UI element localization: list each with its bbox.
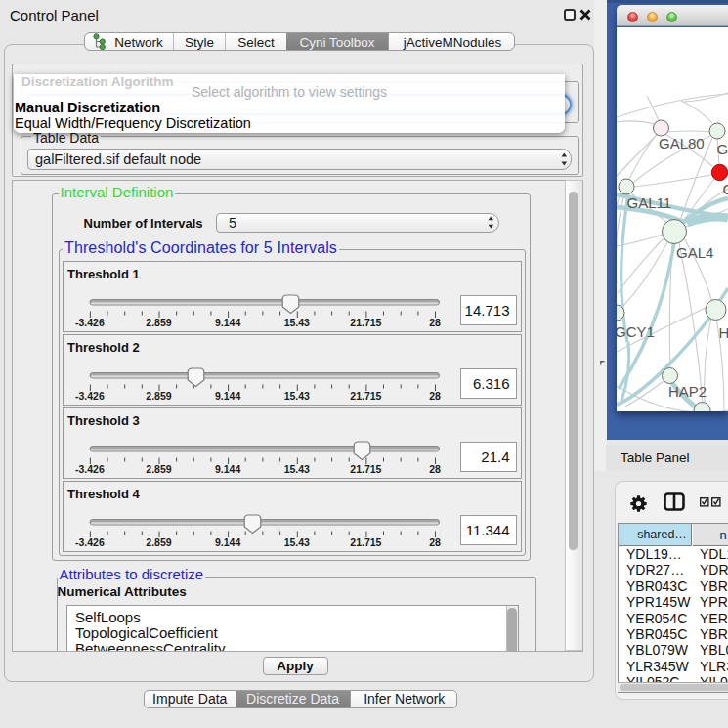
svg-text:GAL4: GAL4 [676, 244, 713, 261]
svg-text:C: C [723, 181, 728, 197]
svg-text:HAP2: HAP2 [668, 383, 707, 400]
svg-text:GAL80: GAL80 [659, 135, 705, 151]
svg-text:H: H [719, 324, 728, 341]
svg-text:GCY1: GCY1 [617, 323, 655, 340]
svg-text:GAL11: GAL11 [627, 194, 672, 211]
svg-text:GA: GA [717, 141, 728, 157]
